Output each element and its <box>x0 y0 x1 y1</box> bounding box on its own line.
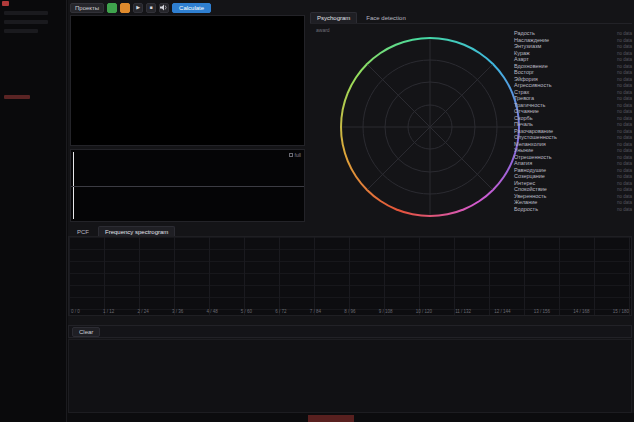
emotion-value: no data <box>617 174 632 179</box>
emotion-label: Меланхолия <box>514 141 546 147</box>
emotion-label: Агрессивность <box>514 82 552 88</box>
x-axis-tick-label: 14 / 168 <box>573 309 589 314</box>
emotion-label: Азарт <box>514 56 529 62</box>
emotion-label: Радость <box>514 30 535 36</box>
waveform-baseline <box>71 186 304 187</box>
emotion-value: no data <box>617 70 632 75</box>
status-strip <box>308 415 354 422</box>
emotion-value: no data <box>617 90 632 95</box>
emotion-label: Спокойствие <box>514 186 547 192</box>
clear-bar: Clear <box>68 325 632 338</box>
sidebar-item-active[interactable] <box>4 95 30 99</box>
play-icon: ▶ <box>136 5 140 10</box>
emotion-label: Разочарование <box>514 128 553 134</box>
emotion-label: Восторг <box>514 69 534 75</box>
x-axis-tick-label: 5 / 60 <box>241 309 252 314</box>
emotion-label: Уныние <box>514 147 533 153</box>
sidebar-item[interactable] <box>4 20 48 24</box>
frequency-spectrogram[interactable]: 0 / 0 1 / 12 2 / 24 3 / 36 4 / 48 5 / 60… <box>68 236 632 316</box>
audio-waveform[interactable]: full <box>70 149 305 222</box>
emotion-value: no data <box>617 181 632 186</box>
video-preview <box>70 15 305 146</box>
stop-button[interactable]: ■ <box>146 3 156 13</box>
emotion-value: no data <box>617 148 632 153</box>
emotion-label: Наслаждение <box>514 37 549 43</box>
emotion-value: no data <box>617 187 632 192</box>
emotions-list: Радость no data Наслаждение no data Энту… <box>514 30 632 212</box>
emotion-value: no data <box>617 83 632 88</box>
emotion-label: Тревога <box>514 95 534 101</box>
emotion-label: Равнодушие <box>514 167 546 173</box>
spectrogram-x-axis: 0 / 0 1 / 12 2 / 24 3 / 36 4 / 48 5 / 60… <box>71 309 629 314</box>
snapshot-button[interactable] <box>107 3 117 13</box>
x-axis-tick-label: 2 / 24 <box>137 309 148 314</box>
emotion-value: no data <box>617 207 632 212</box>
emotion-label: Эйфория <box>514 76 538 82</box>
calculate-button[interactable]: Calculate <box>172 3 211 13</box>
emotion-label: Энтузиазм <box>514 43 541 49</box>
projects-button[interactable]: Проекты <box>70 3 104 13</box>
emotion-value: no data <box>617 135 632 140</box>
emotion-label: Бодрость <box>514 206 538 212</box>
x-axis-tick-label: 8 / 96 <box>344 309 355 314</box>
emotion-label: Вдохновение <box>514 63 548 69</box>
emotion-value: no data <box>617 161 632 166</box>
tab-psychogram[interactable]: Psychogram <box>310 12 357 23</box>
emotion-value: no data <box>617 31 632 36</box>
emotion-label: Опустошенность <box>514 134 557 140</box>
volume-icon <box>160 4 168 11</box>
sidebar-item[interactable] <box>4 11 48 15</box>
emotion-label: Печаль <box>514 121 533 127</box>
emotion-value: no data <box>617 77 632 82</box>
app-window: Проекты ▶ ■ Calculate full <box>0 0 634 422</box>
x-axis-tick-label: 6 / 72 <box>275 309 286 314</box>
emotion-value: no data <box>617 103 632 108</box>
emotion-label: Отрешенность <box>514 154 552 160</box>
volume-button[interactable] <box>159 3 169 13</box>
sidebar-item[interactable] <box>4 29 38 33</box>
tab-face-detection[interactable]: Face detection <box>359 12 412 23</box>
x-axis-tick-label: 12 / 144 <box>494 309 510 314</box>
emotion-value: no data <box>617 194 632 199</box>
emotion-value: no data <box>617 122 632 127</box>
x-axis-tick-label: 0 / 0 <box>71 309 80 314</box>
emotion-label: Созерцание <box>514 173 545 179</box>
clear-button[interactable]: Clear <box>72 327 100 337</box>
stop-icon: ■ <box>150 5 153 10</box>
emotion-value: no data <box>617 155 632 160</box>
emotion-value: no data <box>617 44 632 49</box>
x-axis-tick-label: 4 / 48 <box>206 309 217 314</box>
x-axis-tick-label: 11 / 132 <box>455 309 471 314</box>
emotion-label: Интерес <box>514 180 535 186</box>
emotion-label: Скорбь <box>514 115 533 121</box>
x-axis-tick-label: 1 / 12 <box>103 309 114 314</box>
emotion-value: no data <box>617 129 632 134</box>
emotion-value: no data <box>617 38 632 43</box>
checkbox-icon <box>289 153 293 157</box>
waveform-zoom-control[interactable]: full <box>289 152 301 158</box>
log-panel <box>68 339 632 413</box>
emotion-value: no data <box>617 142 632 147</box>
emotion-value: no data <box>617 168 632 173</box>
emotion-value: no data <box>617 116 632 121</box>
emotion-row: Бодрость no data <box>514 206 632 213</box>
emotion-value: no data <box>617 96 632 101</box>
app-icon <box>2 1 9 6</box>
emotion-value: no data <box>617 57 632 62</box>
emotion-value: no data <box>617 51 632 56</box>
main-area: Проекты ▶ ■ Calculate full <box>68 0 634 413</box>
emotion-label: Уверенность <box>514 193 547 199</box>
emotion-label: Кураж <box>514 50 530 56</box>
record-button[interactable] <box>120 3 130 13</box>
x-axis-tick-label: 7 / 84 <box>310 309 321 314</box>
analysis-panel: Psychogram Face detection award <box>308 12 634 222</box>
x-axis-tick-label: 9 / 108 <box>379 309 393 314</box>
psychogram-chart <box>340 37 520 217</box>
emotion-label: Апатия <box>514 160 532 166</box>
emotion-label: Страх <box>514 89 529 95</box>
emotion-label: Желание <box>514 199 537 205</box>
toolbar: Проекты ▶ ■ Calculate <box>70 2 211 13</box>
play-button[interactable]: ▶ <box>133 3 143 13</box>
x-axis-tick-label: 15 / 180 <box>613 309 629 314</box>
x-axis-tick-label: 13 / 156 <box>534 309 550 314</box>
